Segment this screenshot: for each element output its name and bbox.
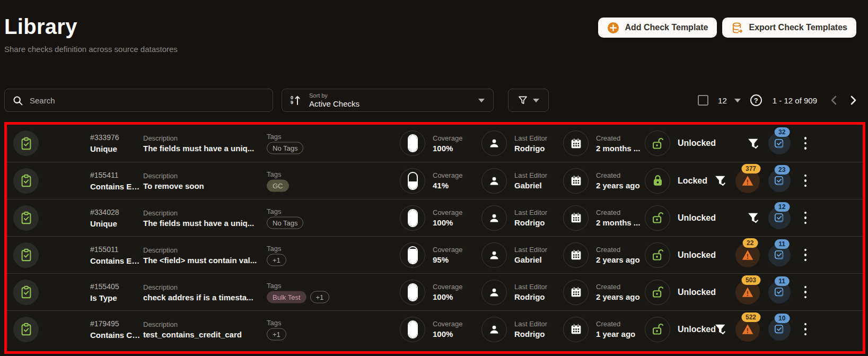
page-size-caret[interactable]: [734, 99, 741, 102]
check-name: Contains Email: [90, 256, 143, 265]
created-value: 1 year ago: [596, 329, 635, 338]
active-checks-badge[interactable]: 10: [768, 318, 791, 341]
active-checks-badge[interactable]: 23: [768, 170, 791, 192]
sort-dropdown[interactable]: 09 Sort by Active Checks: [282, 89, 494, 112]
row-menu-button[interactable]: [801, 319, 810, 339]
warning-triangle-icon: [741, 323, 755, 336]
funnel-icon: [518, 95, 528, 106]
check-row[interactable]: #333976 Unique Description The fields mu…: [7, 125, 863, 162]
incidents-badge[interactable]: 522: [735, 317, 760, 342]
created-value: 2 years ago: [596, 181, 640, 190]
lock-icon: [645, 131, 670, 156]
active-checks-count: 11: [774, 276, 790, 286]
check-name: Contains Email: [90, 182, 143, 191]
tag-pills: GC: [267, 179, 360, 192]
clipboard-check-icon: [13, 242, 39, 268]
person-icon: [481, 280, 507, 305]
coverage-label: Coverage: [433, 209, 462, 216]
coverage-label: Coverage: [433, 320, 462, 328]
lock-icon: [645, 317, 670, 342]
description-value: The <field> must contain val...: [143, 255, 264, 264]
description-value: check addres if is a timesta...: [143, 292, 264, 301]
check-row[interactable]: #179495 Contains Credit C... Description…: [7, 310, 863, 348]
filter-check-icon[interactable]: [747, 211, 760, 224]
check-name: Unique: [90, 144, 143, 153]
incidents-badge[interactable]: 503: [735, 280, 760, 305]
last-editor-label: Last Editor: [514, 209, 547, 216]
page-size-value: 12: [718, 96, 727, 105]
active-checks-badge[interactable]: 11: [768, 244, 791, 266]
prev-page-button[interactable]: [828, 95, 840, 105]
check-id: #333976: [90, 133, 143, 142]
chevron-down-icon: [478, 99, 485, 102]
incidents-badge[interactable]: 22: [735, 243, 760, 267]
lock-open-icon: [651, 248, 665, 262]
incidents-count: 503: [741, 275, 760, 285]
lock-status: Unlocked: [678, 250, 716, 260]
filter-dropdown-button[interactable]: [508, 89, 549, 112]
database-export-icon: [731, 22, 743, 34]
check-id: #155011: [90, 245, 143, 254]
clipboard-check-icon: [13, 280, 39, 305]
coverage-fill: [409, 284, 417, 300]
row-menu-button[interactable]: [801, 134, 810, 153]
check-row[interactable]: #155411 Contains Email Description To re…: [7, 162, 863, 199]
coverage-fill: [409, 322, 417, 337]
filter-check-icon[interactable]: [714, 174, 727, 187]
lock-status: Locked: [678, 176, 707, 186]
clipboard-check-icon: [13, 131, 39, 156]
filter-check-icon[interactable]: [747, 137, 760, 150]
coverage-battery-icon: [400, 280, 425, 305]
filter-check-icon[interactable]: [714, 323, 727, 336]
check-row[interactable]: #155405 Is Type Description check addres…: [7, 273, 863, 310]
checks-icon: [773, 323, 785, 335]
active-checks-count: 12: [774, 202, 790, 212]
clipboard-check-icon: [13, 168, 39, 194]
calendar-icon: [563, 280, 589, 305]
tag-pill: +1: [267, 254, 286, 266]
last-editor-label: Last Editor: [514, 134, 547, 142]
tag-pill: No Tags: [267, 142, 303, 154]
row-menu-button[interactable]: [801, 245, 810, 265]
lock-icon: [645, 280, 670, 305]
add-check-template-button[interactable]: Add Check Template: [598, 18, 717, 38]
person-icon: [481, 131, 507, 156]
check-row[interactable]: #334028 Unique Description The fields mu…: [7, 199, 863, 236]
incidents-count: 522: [741, 312, 760, 322]
sort-by-label: Sort by: [309, 92, 470, 99]
tag-pills: No Tags: [267, 142, 360, 154]
description-label: Description: [143, 134, 264, 142]
coverage-value: 100%: [433, 292, 462, 301]
tags-label: Tags: [267, 281, 360, 289]
active-checks-badge[interactable]: 12: [768, 207, 791, 229]
check-table-highlight: #333976 Unique Description The fields mu…: [4, 122, 865, 354]
select-all-checkbox[interactable]: [698, 95, 708, 106]
row-menu-button[interactable]: [801, 282, 810, 302]
export-check-templates-button[interactable]: Export Check Templates: [722, 18, 856, 38]
description-label: Description: [143, 283, 264, 291]
pagination-bar: 12 ? 1 - 12 of 909: [698, 93, 860, 107]
last-editor-value: Gabriel: [514, 255, 547, 264]
person-icon: [481, 168, 507, 194]
check-row[interactable]: #155011 Contains Email Description The <…: [7, 236, 863, 273]
search-input[interactable]: [30, 96, 265, 105]
incidents-count: 377: [741, 164, 760, 173]
next-page-button[interactable]: [847, 95, 860, 105]
incidents-badge[interactable]: 377: [735, 169, 760, 193]
last-editor-label: Last Editor: [514, 283, 547, 291]
warning-triangle-icon: [741, 248, 755, 262]
help-icon[interactable]: ?: [750, 94, 762, 106]
lock-status: Unlocked: [678, 138, 716, 148]
lock-open-icon: [651, 322, 665, 336]
lock-icon: [645, 205, 670, 231]
coverage-fill: [409, 249, 417, 263]
created-label: Created: [596, 283, 640, 291]
created-label: Created: [596, 320, 635, 328]
active-checks-badge[interactable]: 11: [768, 281, 791, 303]
last-editor-value: Rodrigo: [514, 218, 547, 227]
row-menu-button[interactable]: [801, 171, 810, 190]
tags-label: Tags: [267, 318, 360, 326]
row-menu-button[interactable]: [801, 208, 810, 228]
active-checks-badge[interactable]: 32: [768, 132, 791, 154]
plus-circle-icon: [607, 22, 619, 34]
